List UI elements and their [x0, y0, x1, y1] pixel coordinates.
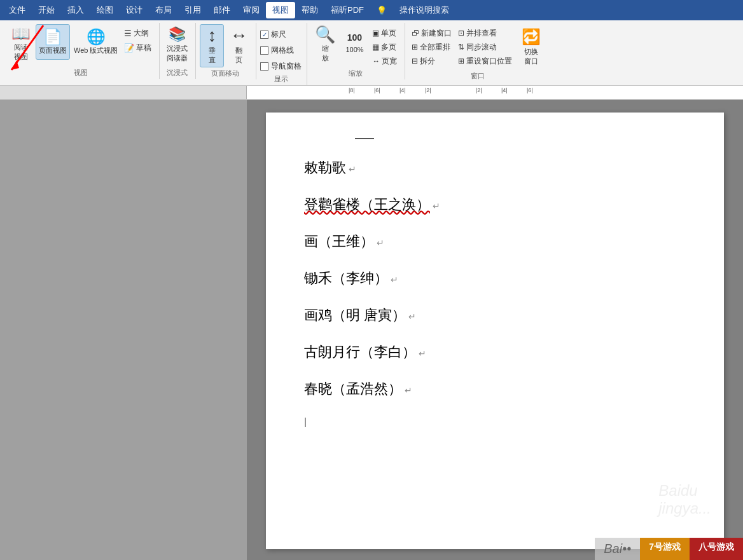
outline-button[interactable]: ☰ 大纲 — [122, 27, 154, 40]
cursor-line-top — [355, 138, 374, 139]
menu-item-mail[interactable]: 邮件 — [207, 2, 237, 18]
split-icon: ⊟ — [412, 57, 418, 65]
ruler-checkbox[interactable]: 标尺 — [260, 28, 302, 41]
enter-mark-2: ↵ — [433, 201, 440, 211]
ribbon-group-display: 标尺 网格线 导航窗格 显示 — [258, 23, 307, 85]
outline-label: 大纲 — [134, 28, 149, 39]
menu-item-foxitpdf[interactable]: 福昕PDF — [324, 2, 370, 18]
zoom-group-label: 缩放 — [349, 67, 363, 78]
menu-item-search[interactable]: 操作说明搜索 — [393, 2, 455, 18]
doc-line-1: 敕勒歌 ↵ — [304, 158, 686, 177]
ribbon-group-zoom: 🔍 缩 放 100 100% ▣ 单页 ▦ 多页 — [309, 23, 405, 79]
menu-item-file[interactable]: 文件 — [3, 2, 32, 18]
grid-checkbox-box[interactable] — [260, 46, 268, 55]
nav-checkbox-box[interactable] — [260, 62, 268, 71]
ruler-checkbox-box[interactable] — [260, 31, 268, 39]
sync-scroll-label: 同步滚动 — [466, 43, 497, 52]
doc-text-2: 登鹳雀楼（王之涣） — [304, 195, 430, 214]
ruler-tick-4r: |4| — [501, 87, 508, 93]
enter-mark-7: ↵ — [405, 385, 412, 395]
multi-page-button[interactable]: ▦ 多页 — [370, 41, 399, 53]
doc-text-4: 锄禾（李绅） — [304, 269, 388, 288]
switch-window-icon: 🔁 — [522, 28, 541, 46]
menu-item-draw[interactable]: 绘图 — [90, 2, 120, 18]
document-scroll-area[interactable]: 敕勒歌 ↵ 登鹳雀楼（王之涣） ↵ 画（王维） ↵ 锄禾（李绅） ↵ 画鸡（明 … — [247, 100, 743, 560]
zoom-label: 缩 放 — [322, 44, 329, 63]
multi-page-label: 多页 — [381, 43, 396, 52]
doc-text-3: 画（王维） — [304, 232, 374, 251]
web-view-label: Web 版式视图 — [74, 46, 118, 55]
flip-page-button[interactable]: ↔ 翻 页 — [226, 24, 251, 67]
flip-label: 翻 页 — [235, 46, 242, 65]
menu-item-view[interactable]: 视图 — [266, 2, 295, 18]
new-window-label: 新建窗口 — [421, 29, 452, 38]
switch-window-label: 切换 窗口 — [524, 47, 538, 66]
doc-line-4: 锄禾（李绅） ↵ — [304, 269, 686, 288]
web-view-button[interactable]: 🌐 Web 版式视图 — [71, 24, 120, 60]
menu-item-design[interactable]: 设计 — [120, 2, 149, 18]
main-area: 敕勒歌 ↵ 登鹳雀楼（王之涣） ↵ 画（王维） ↵ 锄禾（李绅） ↵ 画鸡（明 … — [0, 100, 743, 560]
split-button[interactable]: ⊟ 拆分 — [409, 55, 454, 67]
doc-line-2: 登鹳雀楼（王之涣） ↵ — [304, 195, 686, 214]
enter-mark-5: ↵ — [408, 311, 416, 322]
single-page-button[interactable]: ▣ 单页 — [370, 27, 399, 39]
nav-label: 导航窗格 — [271, 61, 302, 72]
draft-icon: 📝 — [124, 43, 134, 53]
single-page-icon: ▣ — [372, 29, 379, 38]
side-by-side-label: 并排查看 — [466, 29, 497, 38]
zoom-100-icon: 100 — [347, 31, 362, 44]
reset-window-button[interactable]: ⊞ 重设窗口位置 — [455, 55, 515, 67]
page-width-label: 页宽 — [382, 57, 397, 66]
doc-line-5: 画鸡（明 唐寅） ↵ — [304, 306, 686, 325]
ribbon-group-pagemove: ↕ 垂 直 ↔ 翻 页 页面移动 — [197, 23, 256, 79]
reset-window-label: 重设窗口位置 — [466, 57, 512, 66]
nav-checkbox[interactable]: 导航窗格 — [260, 60, 302, 73]
side-by-side-icon: ⊡ — [458, 29, 464, 38]
enter-mark-4: ↵ — [391, 275, 398, 285]
ruler-label: 标尺 — [271, 29, 286, 40]
page-width-button[interactable]: ↔ 页宽 — [370, 55, 399, 67]
menu-item-insert[interactable]: 插入 — [61, 2, 90, 18]
menu-item-review[interactable]: 审阅 — [237, 2, 266, 18]
badge-8game: 八号游戏 — [690, 538, 743, 560]
menu-item-lightbulb[interactable]: 💡 — [370, 3, 393, 18]
menu-item-home[interactable]: 开始 — [32, 2, 61, 18]
zoom-icon: 🔍 — [315, 26, 335, 43]
outline-icon: ☰ — [124, 29, 132, 38]
switch-window-button[interactable]: 🔁 切换 窗口 — [516, 24, 546, 70]
enter-mark-6: ↵ — [419, 348, 426, 359]
doc-line-7: 春晓（孟浩然） ↵ — [304, 379, 686, 399]
ruler-tick-8: |8| — [349, 87, 355, 93]
grid-label: 网格线 — [271, 45, 294, 56]
new-window-button[interactable]: 🗗 新建窗口 — [409, 27, 454, 39]
zoom-100-button[interactable]: 100 100% — [340, 24, 368, 60]
bottom-badges: Bai•• 7号游戏 八号游戏 — [595, 538, 743, 560]
draft-label: 草稿 — [136, 43, 151, 53]
menu-item-ref[interactable]: 引用 — [178, 2, 207, 18]
vertical-scroll-button[interactable]: ↕ 垂 直 — [200, 24, 224, 67]
ruler-tick-2r: |2| — [476, 87, 482, 93]
doc-text-5: 画鸡（明 唐寅） — [304, 306, 406, 325]
doc-line-6: 古朗月行（李白） ↵ — [304, 343, 686, 362]
arrange-all-button[interactable]: ⊞ 全部重排 — [409, 41, 454, 53]
immersive-label: 沉浸式 阅读器 — [167, 44, 188, 63]
menu-item-layout[interactable]: 布局 — [149, 2, 178, 18]
sync-scroll-button[interactable]: ⇅ 同步滚动 — [455, 41, 515, 53]
flip-icon: ↔ — [230, 27, 247, 44]
ruler-tick-6: |6| — [374, 87, 380, 93]
sync-scroll-icon: ⇅ — [458, 43, 464, 51]
arrange-label: 全部重排 — [420, 43, 450, 52]
single-page-label: 单页 — [381, 29, 396, 38]
page-width-icon: ↔ — [372, 57, 380, 65]
draft-button[interactable]: 📝 草稿 — [122, 41, 154, 55]
grid-checkbox[interactable]: 网格线 — [260, 44, 302, 57]
immersive-reader-button[interactable]: 📚 沉浸式 阅读器 — [163, 24, 190, 65]
enter-mark-1: ↵ — [349, 164, 356, 174]
doc-text-1: 敕勒歌 — [304, 158, 346, 177]
multi-page-icon: ▦ — [372, 43, 379, 51]
zoom-button[interactable]: 🔍 缩 放 — [311, 24, 339, 65]
view-group-label: 视图 — [74, 67, 88, 78]
side-by-side-button[interactable]: ⊡ 并排查看 — [455, 27, 515, 39]
new-window-icon: 🗗 — [412, 29, 419, 37]
menu-item-help[interactable]: 帮助 — [295, 2, 324, 18]
